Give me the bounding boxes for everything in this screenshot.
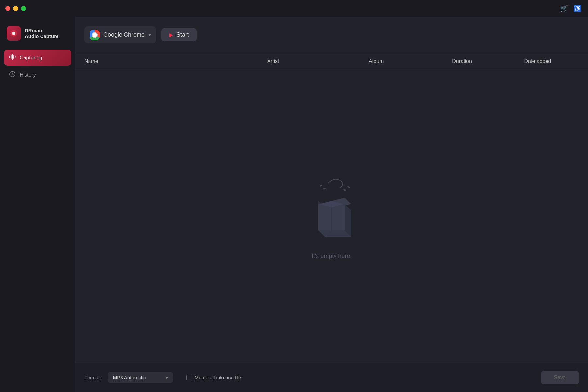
svg-rect-4 xyxy=(12,54,13,60)
sidebar-nav: Capturing History xyxy=(0,50,75,83)
app-logo: DRmare Audio Capture xyxy=(0,24,75,50)
sidebar-item-history[interactable]: History xyxy=(4,67,71,83)
title-bar: 🛒 ♿ xyxy=(0,0,588,17)
sidebar-item-history-label: History xyxy=(20,72,36,78)
main-content: Google Chrome ▾ ▶ Start Name Artist Albu… xyxy=(75,17,588,392)
app-name-line1: DRmare xyxy=(25,28,58,33)
source-selector[interactable]: Google Chrome ▾ xyxy=(84,26,156,43)
clock-icon xyxy=(9,71,16,79)
app-logo-text: DRmare Audio Capture xyxy=(25,28,58,39)
cart-icon[interactable]: 🛒 xyxy=(560,5,568,12)
col-name-header: Name xyxy=(84,58,222,64)
empty-state: It's empty here. xyxy=(75,70,588,363)
title-bar-icons: 🛒 ♿ xyxy=(560,5,581,12)
minimize-button[interactable] xyxy=(13,6,18,11)
start-label: Start xyxy=(176,31,189,38)
sidebar-item-capturing-label: Capturing xyxy=(20,55,42,61)
svg-rect-5 xyxy=(13,55,14,59)
merge-label: Merge all into one file xyxy=(195,375,241,380)
toolbar: Google Chrome ▾ ▶ Start xyxy=(75,17,588,53)
format-selector[interactable]: MP3 Automatic ▾ xyxy=(108,372,173,383)
svg-line-9 xyxy=(12,74,14,75)
svg-point-15 xyxy=(343,189,346,191)
svg-point-12 xyxy=(93,33,97,37)
format-value: MP3 Automatic xyxy=(113,375,162,380)
close-button[interactable] xyxy=(5,6,10,11)
format-chevron-icon: ▾ xyxy=(166,375,168,380)
svg-point-1 xyxy=(12,32,15,35)
svg-point-14 xyxy=(320,184,323,187)
empty-box-illustration xyxy=(299,173,364,245)
col-date-header: Date added xyxy=(497,58,579,64)
col-duration-header: Duration xyxy=(428,58,496,64)
footer: Format: MP3 Automatic ▾ Merge all into o… xyxy=(75,363,588,392)
col-album-header: Album xyxy=(325,58,428,64)
empty-state-message: It's empty here. xyxy=(312,253,351,260)
maximize-button[interactable] xyxy=(21,6,26,11)
sidebar: DRmare Audio Capture Capturing xyxy=(0,17,75,392)
app-container: DRmare Audio Capture Capturing xyxy=(0,17,588,392)
chevron-down-icon: ▾ xyxy=(149,32,151,38)
source-name: Google Chrome xyxy=(103,31,145,38)
sidebar-item-capturing[interactable]: Capturing xyxy=(4,50,71,66)
col-artist-header: Artist xyxy=(222,58,325,64)
app-name-line2: Audio Capture xyxy=(25,33,58,39)
merge-option[interactable]: Merge all into one file xyxy=(186,375,241,380)
app-logo-icon xyxy=(7,26,21,41)
waveform-icon xyxy=(9,54,16,62)
merge-checkbox[interactable] xyxy=(186,375,191,380)
accessibility-icon[interactable]: ♿ xyxy=(573,5,581,12)
table-header: Name Artist Album Duration Date added xyxy=(75,53,588,70)
svg-rect-6 xyxy=(15,56,16,58)
svg-rect-2 xyxy=(9,56,10,58)
format-label: Format: xyxy=(84,375,101,380)
traffic-lights xyxy=(5,6,26,11)
play-icon: ▶ xyxy=(169,32,173,38)
svg-point-13 xyxy=(323,188,326,189)
start-button[interactable]: ▶ Start xyxy=(161,28,197,41)
svg-rect-3 xyxy=(11,55,12,59)
save-button[interactable]: Save xyxy=(541,371,579,384)
chrome-icon xyxy=(90,30,100,40)
svg-point-16 xyxy=(347,186,350,188)
